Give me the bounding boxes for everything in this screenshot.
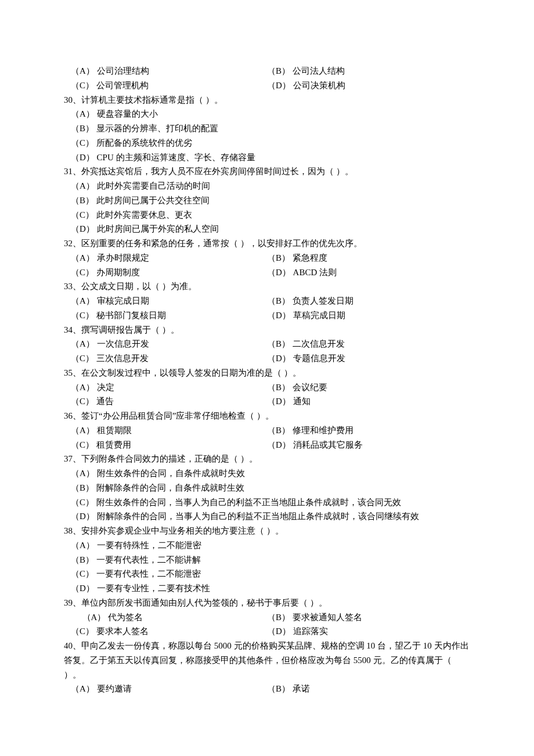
option-d: （D） 附解除条件的合同，当事人为自己的利益不正当地阻止条件成就时，该合同继续有… [64, 509, 470, 524]
option-a: （A） 决定 [64, 380, 267, 395]
option-b: （B） 承诺 [267, 682, 470, 696]
option-b: （B） 修理和维护费用 [267, 423, 470, 438]
option-b: （B） 紧急程度 [267, 251, 470, 265]
option-b: （B） 一要有代表性，二不能讲解 [64, 553, 470, 567]
option-c: （C） 租赁费用 [64, 438, 267, 452]
question-32-options: （A） 承办时限规定 （B） 紧急程度 （C） 办周期制度 （D） ABCD 法… [64, 251, 470, 280]
question-38-stem: 38、安排外宾参观企业中与业务相关的地方要注意（ ）。 [64, 524, 470, 538]
option-d: （D） 此时房间已属于外宾的私人空间 [64, 222, 470, 236]
option-c: （C） 公司管理机构 [64, 78, 267, 93]
question-30-stem: 30、计算机主要技术指标通常是指（ ）。 [64, 93, 470, 107]
option-a: （A） 一要有特殊性，二不能泄密 [64, 538, 470, 553]
option-d: （D） 草稿完成日期 [267, 308, 470, 323]
option-a: （A） 承办时限规定 [64, 251, 267, 265]
option-c: （C） 办周期制度 [64, 265, 267, 280]
option-c: （C） 一要有代表性，二不能泄密 [64, 567, 470, 581]
question-39-stem: 39、单位内部所发书面通知由别人代为签领的，秘书于事后要（ ）。 [64, 596, 470, 610]
question-33-stem: 33、公文成文日期，以（ ）为准。 [64, 279, 470, 294]
option-b: （B） 要求被通知人签名 [267, 610, 470, 625]
option-c: （C） 秘书部门复核日期 [64, 308, 267, 323]
option-a: （A） 要约邀请 [64, 682, 267, 696]
option-a: （A） 一次信息开发 [64, 337, 267, 351]
option-c: （C） 所配备的系统软件的优劣 [64, 136, 470, 150]
option-a: （A） 硬盘容量的大小 [64, 107, 470, 121]
question-36-stem: 36、签订“办公用品租赁合同”应非常仔细地检查（ ）。 [64, 409, 470, 423]
option-b: （B） 附解除条件的合同，自条件成就时生效 [64, 481, 470, 495]
question-40-options: （A） 要约邀请 （B） 承诺 [64, 682, 470, 696]
question-37-stem: 37、下列附条件合同效力的描述，正确的是（ ）。 [64, 452, 470, 466]
option-d: （D） CPU 的主频和运算速度、字长、存储容量 [64, 150, 470, 165]
question-35-stem: 35、在公文制发过程中，以领导人签发的日期为准的是（ ）。 [64, 366, 470, 380]
option-a: （A） 审核完成日期 [64, 294, 267, 308]
question-34-stem: 34、撰写调研报告属于（ ）。 [64, 323, 470, 337]
option-d: （D） 一要有专业性，二要有技术性 [64, 581, 470, 596]
option-b: （B） 显示器的分辨率、打印机的配置 [64, 121, 470, 136]
question-31-stem: 31、外宾抵达宾馆后，我方人员不应在外宾房间停留时间过长，因为（ ）。 [64, 164, 470, 179]
option-c: （C） 要求本人签名 [64, 624, 267, 639]
option-a: （A） 代为签名 [64, 610, 267, 625]
question-35-options: （A） 决定 （B） 会议纪要 （C） 通告 （D） 通知 [64, 380, 470, 409]
option-a: （A） 此时外宾需要自己活动的时间 [64, 179, 470, 193]
option-a: （A） 公司治理结构 [64, 64, 267, 78]
option-d: （D） 公司决策机构 [267, 78, 470, 93]
option-b: （B） 二次信息开发 [267, 337, 470, 351]
option-c: （C） 此时外宾需要休息、更衣 [64, 208, 470, 222]
question-32-stem: 32、区别重要的任务和紧急的任务，通常按（ ），以安排好工作的优先次序。 [64, 236, 470, 251]
question-39-options: （A） 代为签名 （B） 要求被通知人签名 （C） 要求本人签名 （D） 追踪落… [64, 610, 470, 639]
question-33-options: （A） 审核完成日期 （B） 负责人签发日期 （C） 秘书部门复核日期 （D） … [64, 294, 470, 323]
option-b: （B） 会议纪要 [267, 380, 470, 395]
option-c: （C） 附生效条件的合同，当事人为自己的利益不正当地阻止条件成就时，该合同无效 [64, 495, 470, 510]
option-c: （C） 三次信息开发 [64, 351, 267, 366]
option-d: （D） 追踪落实 [267, 624, 470, 639]
option-c: （C） 通告 [64, 394, 267, 409]
question-40-stem: 40、甲向乙发去一份传真，称愿以每台 5000 元的价格购买某品牌、规格的空调 … [64, 639, 470, 682]
option-a: （A） 租赁期限 [64, 423, 267, 438]
option-d: （D） 消耗品或其它服务 [267, 438, 470, 452]
document-page: （A） 公司治理结构 （B） 公司法人结构 （C） 公司管理机构 （D） 公司决… [0, 0, 534, 731]
question-34-options: （A） 一次信息开发 （B） 二次信息开发 （C） 三次信息开发 （D） 专题信… [64, 337, 470, 366]
option-d: （D） ABCD 法则 [267, 265, 470, 280]
question-36-options: （A） 租赁期限 （B） 修理和维护费用 （C） 租赁费用 （D） 消耗品或其它… [64, 423, 470, 452]
option-b: （B） 公司法人结构 [267, 64, 470, 78]
option-d: （D） 通知 [267, 394, 470, 409]
option-b: （B） 负责人签发日期 [267, 294, 470, 308]
option-a: （A） 附生效条件的合同，自条件成就时失效 [64, 466, 470, 481]
option-d: （D） 专题信息开发 [267, 351, 470, 366]
option-b: （B） 此时房间已属于公共交往空间 [64, 193, 470, 208]
question-29-options: （A） 公司治理结构 （B） 公司法人结构 （C） 公司管理机构 （D） 公司决… [64, 64, 470, 93]
